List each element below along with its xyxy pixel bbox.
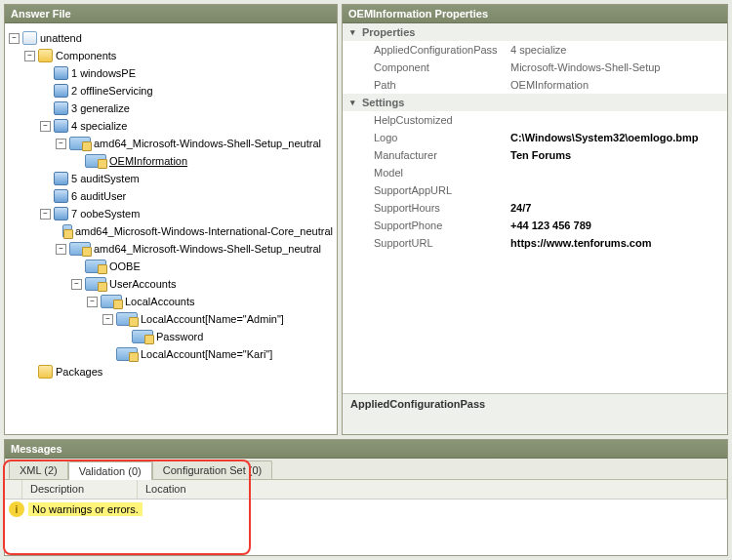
- pass-icon: [54, 119, 68, 133]
- property-description: AppliedConfigurationPass: [343, 393, 727, 434]
- pass-icon: [54, 207, 68, 220]
- answer-file-header: Answer File: [5, 5, 337, 23]
- tab-configuration-set[interactable]: Configuration Set (0): [152, 460, 273, 479]
- collapse-icon[interactable]: −: [56, 139, 66, 149]
- messages-tabs: XML (2) Validation (0) Configuration Set…: [5, 459, 727, 480]
- property-row[interactable]: AppliedConfigurationPass4 specialize: [343, 41, 727, 59]
- component-icon: [116, 347, 138, 361]
- component-icon: [101, 295, 122, 308]
- collapse-icon[interactable]: −: [102, 314, 113, 325]
- property-row[interactable]: LogoC:\Windows\System32\oemlogo.bmp: [343, 129, 727, 146]
- tree-intl-core[interactable]: amd64_Microsoft-Windows-International-Co…: [56, 222, 333, 240]
- tree-pass-oobesystem[interactable]: −7 oobeSystem: [40, 205, 333, 222]
- pass-icon: [54, 189, 68, 203]
- properties-grid[interactable]: ▾Properties AppliedConfigurationPass4 sp…: [343, 23, 727, 393]
- messages-status-row: i No warnings or errors.: [5, 500, 727, 519]
- col-icon[interactable]: [5, 480, 22, 499]
- messages-panel: Messages XML (2) Validation (0) Configur…: [4, 439, 728, 556]
- component-icon: [85, 277, 106, 291]
- tab-xml[interactable]: XML (2): [9, 460, 68, 479]
- answer-file-tree[interactable]: − unattend − Components: [5, 23, 337, 434]
- messages-table-header: Description Location: [5, 480, 727, 500]
- property-row[interactable]: ComponentMicrosoft-Windows-Shell-Setup: [343, 59, 727, 76]
- pass-icon: [54, 101, 68, 115]
- property-row[interactable]: PathOEMInformation: [343, 76, 727, 94]
- collapse-icon[interactable]: −: [87, 297, 98, 307]
- xml-file-icon: [22, 31, 37, 45]
- properties-header: OEMInformation Properties: [343, 5, 727, 23]
- folder-icon: [38, 365, 53, 379]
- component-icon: [62, 224, 72, 238]
- collapse-icon[interactable]: −: [56, 244, 66, 255]
- collapse-icon[interactable]: −: [24, 51, 35, 61]
- tree-pass-generalize[interactable]: 3 generalize: [40, 100, 333, 117]
- folder-icon: [38, 49, 53, 62]
- property-category-properties[interactable]: ▾Properties: [343, 23, 727, 41]
- component-icon: [132, 330, 153, 343]
- info-icon: i: [9, 501, 24, 517]
- tree-pass-offlineservicing[interactable]: 2 offlineServicing: [40, 82, 333, 100]
- tree-shell-setup-specialize[interactable]: −amd64_Microsoft-Windows-Shell-Setup_neu…: [56, 135, 333, 152]
- messages-status-text: No warnings or errors.: [28, 502, 142, 516]
- pass-icon: [54, 66, 68, 80]
- tree-shell-setup-oobe[interactable]: −amd64_Microsoft-Windows-Shell-Setup_neu…: [56, 240, 333, 258]
- tree-packages[interactable]: Packages: [24, 363, 333, 380]
- tree-root-unattend[interactable]: − unattend: [9, 29, 333, 47]
- property-row[interactable]: HelpCustomized: [343, 111, 727, 129]
- property-category-settings[interactable]: ▾Settings: [343, 94, 727, 111]
- tree-oobe[interactable]: OOBE: [71, 258, 333, 275]
- tree-useraccounts[interactable]: −UserAccounts: [71, 275, 333, 293]
- col-description[interactable]: Description: [22, 480, 138, 499]
- component-icon: [69, 137, 91, 150]
- tree-localaccount-admin[interactable]: −LocalAccount[Name="Admin"]: [102, 310, 333, 328]
- property-row[interactable]: SupportAppURL: [343, 181, 727, 199]
- property-row[interactable]: ManufacturerTen Forums: [343, 146, 727, 164]
- property-row[interactable]: SupportURLhttps://www.tenforums.com: [343, 234, 727, 252]
- tab-validation[interactable]: Validation (0): [68, 461, 152, 480]
- pass-icon: [54, 84, 68, 98]
- tree-localaccount-kari[interactable]: LocalAccount[Name="Kari"]: [102, 345, 333, 363]
- answer-file-panel: Answer File − unattend −: [4, 4, 338, 435]
- tree-localaccounts[interactable]: −LocalAccounts: [87, 293, 333, 310]
- property-row[interactable]: SupportHours24/7: [343, 199, 727, 217]
- pass-icon: [54, 172, 68, 185]
- collapse-icon[interactable]: −: [40, 121, 51, 132]
- component-icon: [69, 242, 91, 256]
- collapse-icon[interactable]: −: [71, 279, 82, 290]
- chevron-down-icon: ▾: [350, 27, 362, 37]
- messages-header: Messages: [5, 440, 727, 459]
- properties-panel: OEMInformation Properties ▾Properties Ap…: [342, 4, 728, 435]
- chevron-down-icon: ▾: [350, 98, 362, 107]
- component-icon: [116, 312, 138, 326]
- component-icon: [85, 260, 106, 273]
- messages-table: Description Location i No warnings or er…: [5, 480, 727, 555]
- tree-pass-auditsystem[interactable]: 5 auditSystem: [40, 170, 333, 187]
- component-icon: [85, 154, 106, 168]
- tree-pass-audituser[interactable]: 6 auditUser: [40, 187, 333, 205]
- tree-pass-specialize[interactable]: −4 specialize: [40, 117, 333, 135]
- tree-oeminformation[interactable]: OEMInformation: [71, 152, 333, 170]
- tree-components[interactable]: − Components: [24, 47, 333, 64]
- col-location[interactable]: Location: [138, 480, 727, 499]
- property-row[interactable]: SupportPhone+44 123 456 789: [343, 217, 727, 234]
- tree-pass-windowspe[interactable]: 1 windowsPE: [40, 64, 333, 82]
- collapse-icon[interactable]: −: [40, 209, 51, 220]
- property-row[interactable]: Model: [343, 164, 727, 181]
- tree-password[interactable]: Password: [118, 328, 333, 345]
- collapse-icon[interactable]: −: [9, 33, 20, 44]
